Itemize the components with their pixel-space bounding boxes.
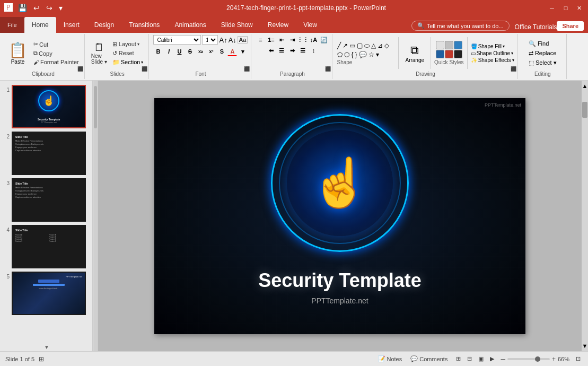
slide-item-2[interactable]: 2 Slide Title Make Effective Presentatio…	[2, 132, 90, 175]
align-right-btn[interactable]: ➡	[287, 46, 297, 55]
font-color-btn[interactable]: A	[227, 47, 237, 56]
qs-cell-4[interactable]	[436, 50, 444, 58]
convert-smartart-btn[interactable]: 🔄	[319, 35, 329, 45]
slide-thumb-1[interactable]: ☝ Security Template PPTTemplate.net	[12, 85, 86, 128]
tab-insert[interactable]: Insert	[56, 17, 87, 33]
office-tutorials-btn[interactable]: Office Tutorials	[515, 23, 557, 31]
right-scrollbar[interactable]: ▲ ▼	[582, 81, 588, 351]
arrange-button[interactable]: ⧉ Arrange	[402, 42, 427, 65]
panel-scroll-thumb[interactable]	[94, 86, 97, 128]
shape-more[interactable]: ⊿	[377, 41, 383, 50]
main-slide-canvas[interactable]: ☝ Security Template PPTTemplate.net PPTT…	[154, 98, 525, 334]
slides-expand[interactable]: ⬛	[142, 66, 147, 72]
shape-curly[interactable]: {	[350, 50, 354, 59]
text-shadow-btn[interactable]: S	[217, 47, 226, 56]
font-expand[interactable]: ⬛	[244, 66, 250, 72]
shape-diamond[interactable]: ◇	[384, 41, 390, 50]
slide-sorter-btn[interactable]: ⊟	[465, 355, 474, 363]
reading-view-btn[interactable]: ▣	[476, 355, 486, 363]
zoom-out-btn[interactable]: ─	[501, 355, 505, 363]
shape-effects-button[interactable]: ✨ Shape Effects ▾	[471, 57, 514, 63]
strikethrough-btn[interactable]: S	[185, 47, 195, 56]
shape-oval[interactable]: ⬭	[364, 41, 370, 50]
normal-view-btn[interactable]: ⊞	[454, 355, 463, 363]
select-button[interactable]: ⬚ Select ▾	[527, 59, 558, 67]
close-btn[interactable]: ✕	[575, 4, 584, 12]
shape-rect[interactable]: ▭	[349, 41, 356, 50]
zoom-in-btn[interactable]: +	[552, 355, 556, 363]
slide-item-1[interactable]: 1 ☝ Security Template PPTTemplate.net	[2, 85, 90, 128]
shape-fill-button[interactable]: 🪣 Shape Fill ▾	[471, 43, 514, 49]
drawing-expand[interactable]: ⬛	[511, 66, 516, 72]
slide-thumb-4[interactable]: Slide Title Feature AFeature 1Feature 2F…	[12, 225, 86, 268]
shape-outline-button[interactable]: ▭ Shape Outline ▾	[471, 50, 514, 56]
save-btn[interactable]: 💾	[16, 3, 29, 13]
tab-design[interactable]: Design	[87, 17, 121, 33]
zoom-slider-thumb[interactable]	[535, 356, 540, 362]
shape-callout[interactable]: 💬	[358, 50, 367, 59]
comments-btn[interactable]: 💬 Comments	[408, 355, 450, 363]
underline-btn[interactable]: U	[174, 47, 184, 56]
bold-btn[interactable]: B	[153, 47, 163, 56]
decrease-font-btn[interactable]: A↓	[229, 36, 236, 44]
customize-btn[interactable]: ▾	[57, 3, 65, 13]
tab-review[interactable]: Review	[260, 17, 296, 33]
panel-scroll-down-btn[interactable]: ▼	[0, 343, 93, 351]
scroll-thumb[interactable]	[582, 102, 587, 118]
shape-pentagon[interactable]: ⬠	[337, 50, 343, 59]
paste-button[interactable]: 📋 Paste	[5, 40, 30, 66]
clipboard-expand[interactable]: ⬛	[77, 66, 83, 72]
line-spacing-btn[interactable]: ↕	[309, 46, 318, 55]
qs-cell-1[interactable]	[436, 41, 444, 49]
qs-cell-3[interactable]	[454, 41, 462, 49]
scroll-down-btn[interactable]: ▼	[582, 341, 588, 351]
font-color-arrow[interactable]: ▾	[238, 47, 248, 56]
slide-item-3[interactable]: 3 Slide Title Make Effective Presentatio…	[2, 178, 90, 222]
share-btn[interactable]: Share	[557, 21, 584, 31]
format-painter-button[interactable]: 🖌 Format Painter	[31, 58, 81, 66]
qs-cell-5[interactable]	[445, 50, 453, 58]
align-left-btn[interactable]: ⬅	[266, 46, 276, 55]
subscript-btn[interactable]: x₂	[196, 47, 205, 56]
slide-thumb-3[interactable]: Slide Title Make Effective Presentations…	[12, 178, 86, 222]
shape-line[interactable]: ╱	[337, 41, 341, 50]
find-button[interactable]: 🔍 Find	[527, 40, 558, 48]
tab-view[interactable]: View	[296, 17, 324, 33]
new-slide-button[interactable]: 🗒 NewSlide ▾	[89, 41, 109, 66]
decrease-indent-btn[interactable]: ⇤	[277, 35, 286, 45]
slide-item-4[interactable]: 4 Slide Title Feature AFeature 1Feature …	[2, 225, 90, 268]
fit-slide-btn[interactable]: ⊡	[574, 355, 583, 363]
shape-brace[interactable]: }	[354, 50, 357, 59]
slide-item-5[interactable]: 5 PPTTemplate.net www.heritagechrist...	[2, 272, 90, 315]
bullets-btn[interactable]: ≡	[256, 35, 265, 45]
undo-btn[interactable]: ↩	[31, 3, 42, 13]
numbering-btn[interactable]: 1≡	[266, 35, 276, 45]
copy-button[interactable]: ⧉ Copy	[31, 49, 81, 57]
shape-star[interactable]: ☆	[368, 50, 375, 59]
text-direction-btn[interactable]: ↕A	[309, 35, 318, 45]
zoom-slider[interactable]	[507, 358, 550, 360]
shape-rounded-rect[interactable]: ▢	[356, 41, 363, 50]
shape-arrow[interactable]: ↗	[342, 41, 348, 50]
shape-hexagon[interactable]: ⬡	[344, 50, 350, 59]
redo-btn[interactable]: ↪	[44, 3, 55, 13]
section-button[interactable]: 📁 Section ▾	[110, 58, 146, 66]
shape-triangle[interactable]: △	[371, 41, 376, 50]
qs-cell-2[interactable]	[445, 41, 453, 49]
font-size-select[interactable]: 18	[202, 35, 218, 45]
tab-slideshow[interactable]: Slide Show	[214, 17, 260, 33]
tab-transitions[interactable]: Transitions	[121, 17, 167, 33]
align-center-btn[interactable]: ☰	[277, 46, 286, 55]
notes-btn[interactable]: 📝 Notes	[376, 355, 405, 363]
increase-indent-btn[interactable]: ⇥	[287, 35, 297, 45]
qs-cell-6[interactable]	[454, 50, 462, 58]
tab-home[interactable]: Home	[24, 17, 56, 33]
tab-file[interactable]: File	[0, 17, 24, 33]
columns-btn[interactable]: ⋮⋮	[298, 35, 308, 45]
tab-animations[interactable]: Animations	[167, 17, 213, 33]
maximize-btn[interactable]: □	[561, 4, 570, 12]
cut-button[interactable]: ✂ Cut	[31, 40, 81, 48]
scroll-up-btn[interactable]: ▲	[582, 81, 588, 91]
slide-thumb-2[interactable]: Slide Title Make Effective Presentations…	[12, 132, 86, 175]
italic-btn[interactable]: I	[164, 47, 173, 56]
